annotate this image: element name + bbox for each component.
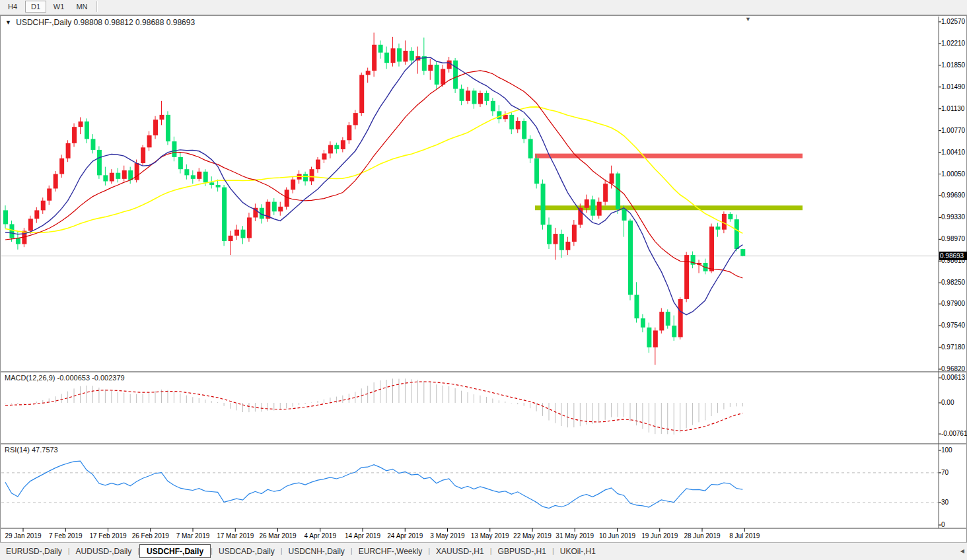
- current-price-label: 0.98693: [939, 252, 967, 260]
- toolbar-separator: [96, 1, 98, 12]
- chart-title: ▼ USDCHF-,Daily 0.98808 0.98812 0.98688 …: [5, 18, 195, 27]
- timeframe-button-w1[interactable]: W1: [48, 1, 69, 13]
- chart-tab-usdcnh-daily[interactable]: USDCNH-,Daily: [283, 544, 351, 558]
- macd-indicator-label: MACD(12,26,9) -0.000653 -0.002379: [5, 374, 125, 382]
- rsi-indicator-label: RSI(14) 47.7573: [5, 446, 58, 454]
- chart-symbol: USDCHF-,Daily: [16, 18, 71, 27]
- chart-tabs-bar: ◀ EURUSD-,Daily|AUDUSD-,Daily|USDCHF-,Da…: [0, 542, 967, 560]
- chart-collapse-icon: ▼: [5, 19, 11, 26]
- chart-shift-icon: ▼: [745, 16, 751, 22]
- chart-ohlc: 0.98808 0.98812 0.98688 0.98693: [74, 18, 196, 27]
- macd-histogram: [5, 378, 742, 435]
- mt4-window: H4D1W1MN 1.025701.022101.018501.014901.0…: [0, 0, 967, 560]
- chart-tab-usdchf-daily[interactable]: USDCHF-,Daily: [139, 544, 211, 558]
- chart-tab-eurchf-weekly[interactable]: EURCHF-,Weekly: [353, 544, 428, 558]
- chart-tab-xauusd-h1[interactable]: XAUUSD-,H1: [430, 544, 490, 558]
- chart-plot[interactable]: [0, 0, 967, 560]
- resistance-line[interactable]: [535, 154, 803, 158]
- chart-tab-ukoil-h1[interactable]: UKOil-,H1: [554, 544, 602, 558]
- ma-slow-yellow: [5, 107, 742, 234]
- tab-scroll-arrow-icon[interactable]: ◀: [960, 548, 964, 554]
- chart-tab-eurusd-daily[interactable]: EURUSD-,Daily: [0, 544, 68, 558]
- timeframe-button-h4[interactable]: H4: [2, 1, 23, 13]
- candlestick-series: [3, 32, 745, 365]
- rsi-line: [5, 461, 742, 508]
- timeframe-button-mn[interactable]: MN: [71, 1, 92, 13]
- support-line[interactable]: [535, 205, 803, 210]
- chart-tab-gbpusd-h1[interactable]: GBPUSD-,H1: [492, 544, 552, 558]
- chart-tab-usdcad-daily[interactable]: USDCAD-,Daily: [213, 544, 281, 558]
- chart-tab-audusd-daily[interactable]: AUDUSD-,Daily: [70, 544, 138, 558]
- timeframe-button-d1[interactable]: D1: [25, 1, 46, 13]
- timeframe-toolbar: H4D1W1MN: [0, 0, 967, 15]
